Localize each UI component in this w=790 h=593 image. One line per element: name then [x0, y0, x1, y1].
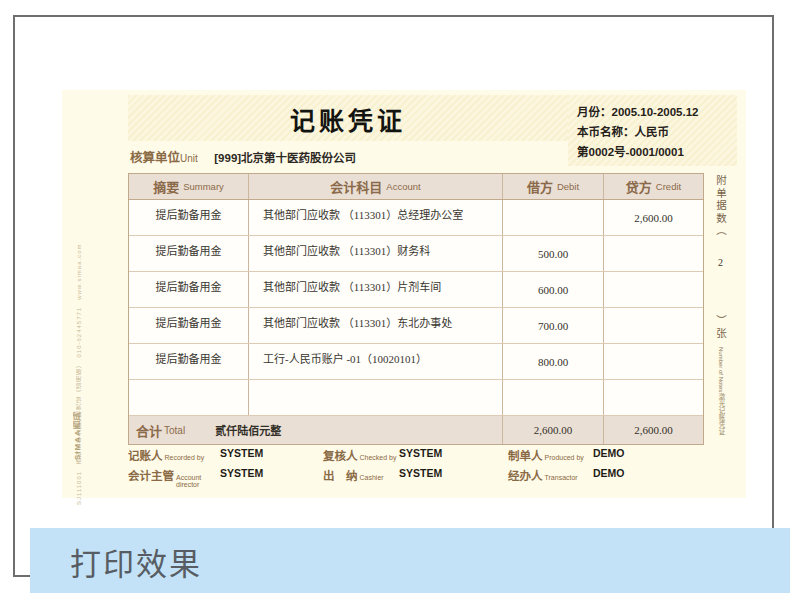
row-account: 工行-人民币账户 -01（10020101）: [249, 344, 503, 379]
row-credit: [604, 344, 703, 379]
attached-docs-count: 2: [718, 257, 723, 268]
signer-value: SYSTEM: [220, 467, 263, 488]
total-label-cell: 合计 Total 贰仟陆佰元整: [129, 416, 503, 444]
signer-value: DEMO: [593, 467, 625, 483]
row-summary: 提后勤备用金: [129, 344, 249, 379]
header-summary-en: Summary: [183, 181, 224, 192]
row-account: [249, 380, 503, 415]
table-total-row: 合计 Total 贰仟陆佰元整 2,600.00 2,600.00: [129, 416, 703, 444]
voucher-title: 记账凭证: [128, 101, 568, 137]
brand-logo-text: SIMAA西玛: [72, 400, 86, 460]
signer-label-zh: 制单人: [508, 447, 543, 463]
table-row: 提后勤备用金 其他部门应收款 （113301）片剂车间 600.00: [129, 272, 703, 308]
info-currency: 本币名称：人民币: [577, 122, 737, 142]
signer-footer: 记账人Recorded by SYSTEM 复核人Checked by SYST…: [128, 447, 713, 487]
info-number: 第0002号-0001/0001: [577, 142, 737, 162]
row-credit: [604, 308, 703, 343]
signer-label-zh: 复核人: [323, 447, 358, 463]
unit-label-zh: 核算单位: [130, 151, 180, 165]
signer-account-director: 会计主管Account director SYSTEM: [128, 467, 323, 488]
signer-label-zh: 记账人: [128, 447, 163, 463]
signer-checked-by: 复核人Checked by SYSTEM: [323, 447, 508, 463]
header-debit-zh: 借方: [527, 177, 553, 196]
row-summary: 提后勤备用金: [129, 236, 249, 271]
signer-label-zh: 出 纳: [323, 467, 358, 483]
row-debit: [503, 380, 604, 415]
header-summary-zh: 摘要: [153, 177, 179, 196]
total-credit: 2,600.00: [604, 416, 703, 444]
row-summary: 提后勤备用金: [129, 200, 249, 235]
table-row: 提后勤备用金 工行-人民币账户 -01（10020101） 800.00: [129, 344, 703, 380]
row-credit: [604, 380, 703, 415]
voucher-info-box: 月份：2005.10-2005.12 本币名称：人民币 第0002号-0001/…: [568, 95, 737, 166]
table-header-row: 摘要 Summary 会计科目 Account 借方 Debit 贷方 Cred…: [129, 174, 703, 200]
signer-value: DEMO: [593, 447, 625, 463]
signer-label-zh: 会计主管: [128, 467, 174, 483]
row-debit: 600.00: [503, 272, 604, 307]
total-debit: 2,600.00: [503, 416, 604, 444]
header-account-en: Account: [386, 181, 420, 192]
unit-value: [999]北京第十医药股份公司: [214, 152, 356, 164]
header-account: 会计科目 Account: [249, 174, 503, 199]
signer-value: SYSTEM: [399, 467, 442, 483]
row-account: 其他部门应收款 （113301）东北办事处: [249, 308, 503, 343]
unit-line: 核算单位Unit [999]北京第十医药股份公司: [130, 147, 356, 166]
signer-row: 记账人Recorded by SYSTEM 复核人Checked by SYST…: [128, 447, 713, 467]
info-month: 月份：2005.10-2005.12: [577, 102, 737, 122]
row-account: 其他部门应收款 （113301）总经理办公室: [249, 200, 503, 235]
signer-label-en: Produced by: [545, 454, 584, 461]
print-effect-label: 打印效果: [70, 539, 202, 584]
row-credit: [604, 272, 703, 307]
table-row: 提后勤备用金 其他部门应收款 （113301）财务科 500.00: [129, 236, 703, 272]
row-credit: [604, 236, 703, 271]
preview-frame: SJ111001 西玛表单全国2联凭证（适用版） 010-62445771 ww…: [13, 15, 774, 577]
attached-docs-en: Number of Notes: [718, 347, 724, 392]
print-effect-caption-bar: 打印效果: [30, 528, 790, 593]
attached-docs-suffix: ）张: [714, 315, 729, 340]
product-note: 激光记账凭证: [716, 393, 726, 435]
signer-label-en: Account director: [176, 474, 216, 488]
signer-cashier: 出 纳Cashier SYSTEM: [323, 467, 508, 483]
row-summary: 提后勤备用金: [129, 272, 249, 307]
header-account-zh: 会计科目: [330, 177, 382, 196]
signer-label-en: Transactor: [545, 474, 578, 481]
row-summary: 提后勤备用金: [129, 308, 249, 343]
row-account: 其他部门应收款 （113301）财务科: [249, 236, 503, 271]
signer-label-en: Checked by: [360, 454, 397, 461]
table-row: 提后勤备用金 其他部门应收款 （113301）东北办事处 700.00: [129, 308, 703, 344]
header-credit-en: Credit: [656, 181, 681, 192]
signer-label-en: Cashier: [360, 474, 384, 481]
signer-value: SYSTEM: [220, 447, 263, 463]
signer-produced-by: 制单人Produced by DEMO: [508, 447, 713, 463]
unit-label-en: Unit: [180, 153, 198, 164]
row-debit: [503, 200, 604, 235]
row-debit: 800.00: [503, 344, 604, 379]
table-row-empty: [129, 380, 703, 416]
signer-row: 会计主管Account director SYSTEM 出 纳Cashier S…: [128, 467, 713, 487]
header-summary: 摘要 Summary: [129, 174, 249, 199]
header-credit-zh: 贷方: [626, 177, 652, 196]
voucher-table: 摘要 Summary 会计科目 Account 借方 Debit 贷方 Cred…: [128, 173, 704, 445]
signer-recorded-by: 记账人Recorded by SYSTEM: [128, 447, 323, 463]
signer-value: SYSTEM: [399, 447, 442, 463]
total-label-zh: 合计: [136, 421, 162, 440]
signer-label-en: Recorded by: [165, 454, 205, 461]
total-amount-words: 贰仟陆佰元整: [215, 422, 281, 438]
row-debit: 500.00: [503, 236, 604, 271]
row-credit: 2,600.00: [604, 200, 703, 235]
total-label-en: Total: [164, 425, 185, 436]
attached-docs-label: 附单据数（: [714, 175, 729, 238]
row-summary: [129, 380, 249, 415]
row-account: 其他部门应收款 （113301）片剂车间: [249, 272, 503, 307]
voucher-sheet: SJ111001 西玛表单全国2联凭证（适用版） 010-62445771 ww…: [62, 90, 746, 498]
table-row: 提后勤备用金 其他部门应收款 （113301）总经理办公室 2,600.00: [129, 200, 703, 236]
signer-transactor: 经办人Transactor DEMO: [508, 467, 713, 483]
signer-label-zh: 经办人: [508, 467, 543, 483]
row-debit: 700.00: [503, 308, 604, 343]
header-debit: 借方 Debit: [503, 174, 604, 199]
header-credit: 贷方 Credit: [604, 174, 703, 199]
header-debit-en: Debit: [557, 181, 579, 192]
